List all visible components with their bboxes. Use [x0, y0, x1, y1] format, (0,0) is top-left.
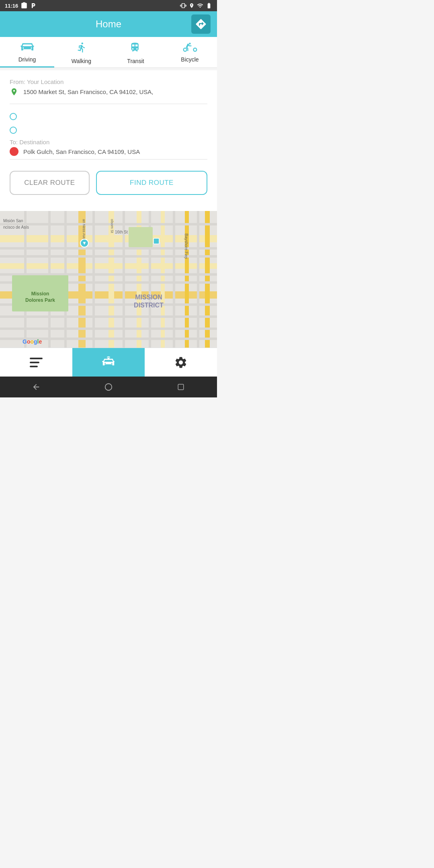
- android-back-button[interactable]: [27, 378, 45, 396]
- bicycle-icon: [183, 42, 197, 55]
- from-value: 1500 Market St, San Francisco, CA 94102,…: [23, 87, 207, 96]
- car-icon: [20, 42, 35, 55]
- tab-transit[interactable]: Transit: [108, 37, 163, 68]
- bottom-nav-menu[interactable]: [0, 348, 72, 377]
- to-value: Polk Gulch, San Francisco, CA 94109, USA: [23, 148, 207, 155]
- parking-icon: [30, 2, 37, 9]
- svg-text:Mission: Mission: [31, 291, 49, 297]
- tram-icon: [129, 42, 142, 56]
- map-svg: Mission Dolores Park Misión San ncisco d…: [0, 211, 217, 348]
- svg-rect-17: [0, 328, 217, 330]
- svg-text:MISSION: MISSION: [135, 294, 162, 301]
- app-bar: Home: [0, 11, 217, 37]
- to-label: To: Destination: [10, 139, 207, 145]
- svg-rect-45: [30, 366, 38, 367]
- menu-lines-icon: [30, 358, 43, 367]
- svg-rect-48: [178, 384, 184, 390]
- recent-square-icon: [177, 383, 184, 391]
- from-section: From: Your Location 1500 Market St, San …: [10, 78, 207, 104]
- svg-text:an Ness Ave: an Ness Ave: [82, 219, 86, 239]
- bottom-nav-home[interactable]: [72, 348, 145, 377]
- transport-tabs: Driving Walking Transit Bicycle: [0, 37, 217, 68]
- to-row[interactable]: Polk Gulch, San Francisco, CA 94109, USA: [10, 147, 207, 160]
- svg-point-47: [105, 384, 112, 391]
- svg-text:DISTRICT: DISTRICT: [134, 302, 164, 309]
- svg-rect-22: [92, 211, 95, 348]
- status-bar: 11:16: [0, 0, 217, 11]
- svg-rect-9: [205, 211, 210, 348]
- walk-icon: [76, 42, 87, 56]
- to-section: To: Destination Polk Gulch, San Francisc…: [10, 139, 207, 160]
- svg-text:ncisco de Asís: ncisco de Asís: [3, 225, 29, 229]
- svg-rect-44: [30, 362, 39, 363]
- android-home-button[interactable]: [100, 378, 117, 396]
- battery-icon: [206, 2, 212, 9]
- status-right: [180, 2, 212, 9]
- fax-icon: [20, 2, 28, 9]
- find-route-button[interactable]: FIND ROUTE: [96, 171, 207, 195]
- time: 11:16: [5, 3, 18, 9]
- from-label: From: Your Location: [10, 78, 207, 85]
- android-nav-bar: [0, 377, 217, 397]
- waypoint-1[interactable]: [10, 113, 207, 120]
- clear-route-button[interactable]: CLEAR ROUTE: [10, 171, 90, 195]
- svg-rect-7: [161, 211, 165, 348]
- status-left: 11:16: [5, 2, 37, 9]
- svg-rect-43: [30, 358, 43, 359]
- waypoint-2[interactable]: [10, 127, 207, 134]
- vibrate-icon: [180, 2, 186, 9]
- directions-nav-button[interactable]: [191, 14, 211, 34]
- svg-rect-10: [0, 223, 217, 225]
- from-row[interactable]: 1500 Market St, San Francisco, CA 94102,…: [10, 87, 207, 104]
- svg-rect-28: [129, 227, 153, 247]
- svg-text:16th St: 16th St: [115, 230, 128, 234]
- tab-bicycle[interactable]: Bicycle: [163, 37, 217, 68]
- route-form: From: Your Location 1500 Market St, San …: [0, 70, 217, 211]
- origin-pin-icon: [10, 88, 18, 100]
- destination-circle-icon: [10, 147, 18, 156]
- tab-walking-label: Walking: [72, 58, 91, 64]
- home-car-icon: [100, 355, 117, 370]
- svg-text:Misión San: Misión San: [3, 219, 23, 223]
- back-arrow-icon: [32, 383, 41, 391]
- svg-rect-26: [197, 211, 199, 348]
- tab-transit-label: Transit: [127, 58, 144, 64]
- settings-gear-icon: [174, 356, 188, 369]
- svg-rect-8: [185, 211, 189, 348]
- app-bar-title: Home: [96, 18, 121, 30]
- android-recent-button[interactable]: [172, 378, 190, 396]
- svg-text:Dolores Park: Dolores Park: [25, 297, 55, 303]
- svg-text:▼: ▼: [82, 240, 87, 246]
- route-buttons: CLEAR ROUTE FIND ROUTE: [10, 171, 207, 203]
- waypoints: [10, 108, 207, 139]
- tab-driving[interactable]: Driving: [0, 37, 54, 68]
- location-icon: [189, 3, 194, 8]
- svg-text:olsom St: olsom St: [110, 219, 114, 233]
- directions-icon: [195, 18, 207, 30]
- svg-text:Google: Google: [23, 338, 42, 345]
- bottom-nav-settings[interactable]: [145, 348, 217, 377]
- svg-rect-16: [0, 315, 217, 318]
- svg-text:Bayshore Fwy: Bayshore Fwy: [184, 233, 188, 259]
- bottom-nav: [0, 348, 217, 377]
- tab-bicycle-label: Bicycle: [181, 56, 199, 63]
- tab-driving-label: Driving: [18, 56, 36, 63]
- svg-rect-25: [173, 211, 175, 348]
- wifi-icon: [197, 2, 203, 9]
- tab-walking[interactable]: Walking: [54, 37, 108, 68]
- map-view[interactable]: Mission Dolores Park Misión San ncisco d…: [0, 211, 217, 348]
- svg-point-46: [107, 358, 110, 360]
- home-circle-icon: [104, 383, 113, 391]
- svg-rect-41: [154, 238, 159, 244]
- waypoint-1-circle: [10, 113, 17, 120]
- waypoint-2-circle: [10, 127, 17, 134]
